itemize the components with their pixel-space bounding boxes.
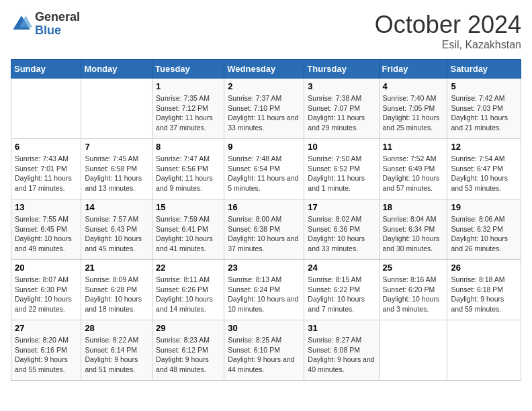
calendar-cell: 15Sunrise: 7:59 AMSunset: 6:41 PMDayligh… [152, 199, 224, 260]
day-number: 18 [383, 202, 444, 212]
calendar-cell: 26Sunrise: 8:18 AMSunset: 6:18 PMDayligh… [447, 260, 521, 320]
day-number: 30 [228, 323, 300, 333]
calendar-cell: 28Sunrise: 8:22 AMSunset: 6:14 PMDayligh… [81, 320, 152, 381]
header-sunday: Sunday [11, 60, 81, 79]
day-info: Sunrise: 7:43 AMSunset: 7:01 PMDaylight:… [15, 154, 77, 193]
day-info: Sunrise: 7:35 AMSunset: 7:12 PMDaylight:… [156, 93, 220, 133]
day-number: 13 [15, 202, 77, 212]
day-number: 11 [383, 142, 444, 152]
day-info: Sunrise: 8:25 AMSunset: 6:10 PMDaylight:… [228, 335, 300, 375]
day-info: Sunrise: 7:42 AMSunset: 7:03 PMDaylight:… [451, 93, 517, 133]
day-number: 22 [156, 263, 220, 273]
page-header: General Blue October 2024 Esil, Kazakhst… [11, 11, 521, 51]
logo: General Blue [11, 11, 80, 38]
day-number: 16 [228, 202, 300, 212]
day-info: Sunrise: 8:23 AMSunset: 6:12 PMDaylight:… [156, 335, 220, 375]
calendar-cell [81, 79, 152, 139]
logo-text: General Blue [35, 11, 80, 38]
day-info: Sunrise: 8:04 AMSunset: 6:34 PMDaylight:… [383, 214, 444, 254]
header-tuesday: Tuesday [152, 60, 224, 79]
day-info: Sunrise: 7:45 AMSunset: 6:58 PMDaylight:… [85, 154, 148, 193]
header-friday: Friday [379, 60, 447, 79]
calendar-cell: 12Sunrise: 7:54 AMSunset: 6:47 PMDayligh… [447, 139, 521, 199]
logo-blue: Blue [35, 24, 80, 38]
day-number: 8 [156, 142, 220, 152]
day-number: 12 [451, 142, 517, 152]
calendar-cell: 17Sunrise: 8:02 AMSunset: 6:36 PMDayligh… [304, 199, 379, 260]
day-number: 23 [228, 263, 300, 273]
calendar-cell [379, 320, 447, 381]
day-info: Sunrise: 8:27 AMSunset: 6:08 PMDaylight:… [308, 335, 375, 375]
logo-icon [11, 13, 32, 35]
calendar-cell: 3Sunrise: 7:38 AMSunset: 7:07 PMDaylight… [304, 79, 379, 139]
day-number: 10 [308, 142, 375, 152]
day-number: 9 [228, 142, 300, 152]
day-number: 24 [308, 263, 375, 273]
title-block: October 2024 Esil, Kazakhstan [375, 11, 521, 51]
day-number: 21 [85, 263, 148, 273]
calendar-cell: 6Sunrise: 7:43 AMSunset: 7:01 PMDaylight… [11, 139, 81, 199]
day-number: 6 [15, 142, 77, 152]
calendar-cell: 4Sunrise: 7:40 AMSunset: 7:05 PMDaylight… [379, 79, 447, 139]
day-number: 17 [308, 202, 375, 212]
day-info: Sunrise: 7:57 AMSunset: 6:43 PMDaylight:… [85, 214, 148, 254]
calendar-cell [447, 320, 521, 381]
day-info: Sunrise: 8:09 AMSunset: 6:28 PMDaylight:… [85, 275, 148, 314]
calendar-cell: 1Sunrise: 7:35 AMSunset: 7:12 PMDaylight… [152, 79, 224, 139]
day-info: Sunrise: 8:13 AMSunset: 6:24 PMDaylight:… [228, 275, 300, 314]
calendar-cell: 11Sunrise: 7:52 AMSunset: 6:49 PMDayligh… [379, 139, 447, 199]
day-info: Sunrise: 8:07 AMSunset: 6:30 PMDaylight:… [15, 275, 77, 314]
week-row-1: 1Sunrise: 7:35 AMSunset: 7:12 PMDaylight… [11, 79, 521, 139]
day-info: Sunrise: 8:18 AMSunset: 6:18 PMDaylight:… [451, 275, 517, 314]
day-info: Sunrise: 7:37 AMSunset: 7:10 PMDaylight:… [228, 93, 300, 133]
logo-general: General [35, 11, 80, 24]
calendar-cell: 8Sunrise: 7:47 AMSunset: 6:56 PMDaylight… [152, 139, 224, 199]
day-number: 27 [15, 323, 77, 333]
calendar-cell: 22Sunrise: 8:11 AMSunset: 6:26 PMDayligh… [152, 260, 224, 320]
calendar-cell: 23Sunrise: 8:13 AMSunset: 6:24 PMDayligh… [224, 260, 304, 320]
calendar-cell: 10Sunrise: 7:50 AMSunset: 6:52 PMDayligh… [304, 139, 379, 199]
calendar-cell: 5Sunrise: 7:42 AMSunset: 7:03 PMDaylight… [447, 79, 521, 139]
calendar-table: SundayMondayTuesdayWednesdayThursdayFrid… [11, 59, 521, 381]
day-number: 5 [451, 81, 517, 91]
day-info: Sunrise: 8:16 AMSunset: 6:20 PMDaylight:… [383, 275, 444, 314]
calendar-cell: 20Sunrise: 8:07 AMSunset: 6:30 PMDayligh… [11, 260, 81, 320]
week-row-3: 13Sunrise: 7:55 AMSunset: 6:45 PMDayligh… [11, 199, 521, 260]
header-monday: Monday [81, 60, 152, 79]
day-info: Sunrise: 7:54 AMSunset: 6:47 PMDaylight:… [451, 154, 517, 193]
week-row-4: 20Sunrise: 8:07 AMSunset: 6:30 PMDayligh… [11, 260, 521, 320]
calendar-cell: 30Sunrise: 8:25 AMSunset: 6:10 PMDayligh… [224, 320, 304, 381]
calendar-cell: 2Sunrise: 7:37 AMSunset: 7:10 PMDaylight… [224, 79, 304, 139]
calendar-cell: 21Sunrise: 8:09 AMSunset: 6:28 PMDayligh… [81, 260, 152, 320]
month-title: October 2024 [375, 11, 521, 39]
day-info: Sunrise: 7:50 AMSunset: 6:52 PMDaylight:… [308, 154, 375, 193]
day-info: Sunrise: 8:02 AMSunset: 6:36 PMDaylight:… [308, 214, 375, 254]
day-number: 14 [85, 202, 148, 212]
calendar-cell: 19Sunrise: 8:06 AMSunset: 6:32 PMDayligh… [447, 199, 521, 260]
day-info: Sunrise: 7:59 AMSunset: 6:41 PMDaylight:… [156, 214, 220, 254]
week-row-2: 6Sunrise: 7:43 AMSunset: 7:01 PMDaylight… [11, 139, 521, 199]
day-info: Sunrise: 8:11 AMSunset: 6:26 PMDaylight:… [156, 275, 220, 314]
day-number: 20 [15, 263, 77, 273]
day-info: Sunrise: 7:55 AMSunset: 6:45 PMDaylight:… [15, 214, 77, 254]
day-info: Sunrise: 8:20 AMSunset: 6:16 PMDaylight:… [15, 335, 77, 375]
day-number: 28 [85, 323, 148, 333]
day-info: Sunrise: 8:22 AMSunset: 6:14 PMDaylight:… [85, 335, 148, 375]
day-info: Sunrise: 7:40 AMSunset: 7:05 PMDaylight:… [383, 93, 444, 133]
calendar-header-row: SundayMondayTuesdayWednesdayThursdayFrid… [11, 60, 521, 79]
day-number: 4 [383, 81, 444, 91]
calendar-cell [11, 79, 81, 139]
day-info: Sunrise: 8:15 AMSunset: 6:22 PMDaylight:… [308, 275, 375, 314]
calendar-cell: 16Sunrise: 8:00 AMSunset: 6:38 PMDayligh… [224, 199, 304, 260]
calendar-cell: 29Sunrise: 8:23 AMSunset: 6:12 PMDayligh… [152, 320, 224, 381]
calendar-cell: 31Sunrise: 8:27 AMSunset: 6:08 PMDayligh… [304, 320, 379, 381]
day-number: 2 [228, 81, 300, 91]
day-info: Sunrise: 8:06 AMSunset: 6:32 PMDaylight:… [451, 214, 517, 254]
day-info: Sunrise: 8:00 AMSunset: 6:38 PMDaylight:… [228, 214, 300, 254]
calendar-cell: 9Sunrise: 7:48 AMSunset: 6:54 PMDaylight… [224, 139, 304, 199]
calendar-cell: 18Sunrise: 8:04 AMSunset: 6:34 PMDayligh… [379, 199, 447, 260]
day-number: 31 [308, 323, 375, 333]
day-number: 15 [156, 202, 220, 212]
day-number: 7 [85, 142, 148, 152]
day-info: Sunrise: 7:48 AMSunset: 6:54 PMDaylight:… [228, 154, 300, 193]
